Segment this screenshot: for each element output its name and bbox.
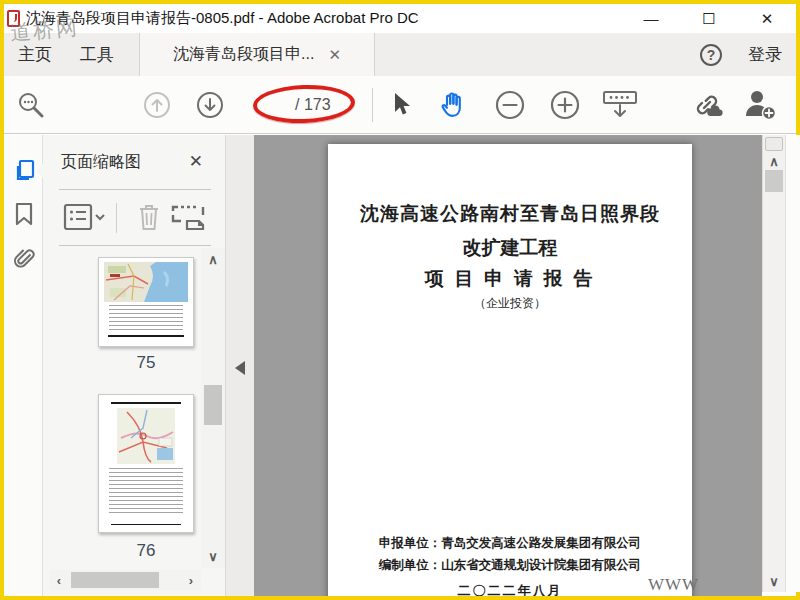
thumbnail-page-76[interactable] [98, 394, 194, 533]
scrollbar-top-button[interactable] [765, 137, 783, 151]
thumbnail-page-75[interactable] [98, 257, 194, 347]
doc-date-line: 二〇二二年八月 [328, 582, 692, 596]
zoom-in-icon[interactable] [549, 76, 581, 133]
panel-hscrollbar-thumb[interactable] [71, 572, 159, 588]
document-tab[interactable]: 沈海青岛段项目申... ✕ [139, 33, 375, 76]
main-toolbar: / 173 [4, 76, 796, 134]
panel-horizontal-scrollbar[interactable]: ‹ › [49, 570, 201, 590]
doc-title-line3: 项 目 申 请 报 告 [328, 266, 692, 292]
panel-vertical-scrollbar[interactable]: ∧ ∨ [201, 248, 225, 568]
page-thumbnails-panel-icon[interactable] [12, 158, 36, 182]
doc-subtitle: （企业投资） [328, 295, 692, 312]
page-display-icon[interactable] [601, 76, 639, 133]
thumbnails-panel: 页面缩略图 ✕ [43, 135, 225, 596]
maximize-button[interactable]: ☐ [680, 4, 738, 33]
bookmarks-panel-icon[interactable] [12, 201, 36, 225]
thumbnail-options-icon[interactable] [63, 202, 105, 232]
panel-close-icon[interactable]: ✕ [189, 151, 203, 172]
tab-close-icon[interactable]: ✕ [328, 46, 341, 64]
pdf-page[interactable]: 沈海高速公路南村至青岛日照界段 改扩建工程 项 目 申 请 报 告 （企业投资）… [328, 144, 692, 596]
document-area: 沈海高速公路南村至青岛日照界段 改扩建工程 项 目 申 请 报 告 （企业投资）… [254, 135, 762, 596]
sign-in-button[interactable]: 登录 [748, 43, 788, 66]
reduce-thumbnails-icon[interactable] [169, 201, 207, 233]
delete-pages-icon [135, 201, 163, 233]
hand-tool-icon[interactable] [437, 76, 469, 133]
scroll-right-icon[interactable]: › [183, 573, 199, 588]
toolbar-separator [372, 88, 373, 122]
collapse-panel-icon[interactable] [235, 361, 245, 375]
panel-divider [59, 189, 211, 190]
doc-scrollbar-thumb[interactable] [765, 170, 783, 192]
title-bar: 沈海青岛段项目申请报告-0805.pdf - Adobe Acrobat Pro… [4, 4, 796, 33]
content-area: 页面缩略图 ✕ [4, 135, 796, 596]
thumbnail-label-75[interactable]: 75 [98, 353, 194, 373]
acrobat-window: 沈海青岛段项目申请报告-0805.pdf - Adobe Acrobat Pro… [0, 0, 800, 600]
select-tool-icon[interactable] [388, 76, 414, 133]
close-button[interactable]: ✕ [738, 4, 796, 33]
navigation-strip [4, 135, 43, 596]
doc-title-line1: 沈海高速公路南村至青岛日照界段 [328, 201, 692, 227]
panel-toolbar-separator [116, 203, 117, 233]
document-tab-label: 沈海青岛段项目申... [173, 44, 314, 65]
doc-applicant-line: 申报单位：青岛交发高速公路发展集团有限公司 [328, 535, 692, 552]
panel-scrollbar-thumb[interactable] [204, 385, 222, 425]
next-page-icon[interactable] [196, 76, 224, 133]
previous-page-icon [143, 76, 171, 133]
doc-scroll-down-icon[interactable]: ∨ [763, 574, 785, 589]
minimize-button[interactable]: — [622, 4, 680, 33]
panel-notch [36, 164, 43, 178]
window-title: 沈海青岛段项目申请报告-0805.pdf - Adobe Acrobat Pro… [26, 9, 419, 28]
watermark-top-left: 道桥网 [9, 13, 80, 47]
doc-title-line2: 改扩建工程 [328, 235, 692, 261]
scroll-left-icon[interactable]: ‹ [51, 573, 67, 588]
scroll-up-icon[interactable]: ∧ [201, 252, 225, 267]
tab-bar: 主页 工具 沈海青岛段项目申... ✕ ? 登录 [4, 33, 796, 76]
thumbnail-text-lines [109, 468, 183, 516]
tools-pane-strip[interactable] [785, 135, 800, 592]
zoom-out-icon[interactable] [494, 76, 526, 133]
search-icon[interactable] [16, 76, 46, 133]
attachments-panel-icon[interactable] [12, 247, 36, 271]
watermark-www: WWW [648, 575, 699, 595]
document-vertical-scrollbar[interactable]: ∧ ∨ [762, 135, 785, 592]
help-icon[interactable]: ? [700, 44, 722, 66]
panel-divider-2 [59, 245, 211, 246]
add-person-icon[interactable] [742, 76, 778, 133]
thumbnail-text-lines [109, 305, 183, 331]
panel-collapse-strip[interactable] [225, 135, 254, 596]
scroll-down-icon[interactable]: ∨ [201, 549, 225, 564]
panel-title: 页面缩略图 [61, 152, 141, 173]
doc-compiler-line: 编制单位：山东省交通规划设计院集团有限公司 [328, 557, 692, 574]
thumbnail-label-76[interactable]: 76 [98, 541, 194, 561]
thumbnail-footer-rule [111, 524, 181, 526]
doc-scroll-up-icon[interactable]: ∧ [763, 154, 785, 169]
annotation-red-ellipse [252, 83, 355, 125]
share-link-icon[interactable] [690, 76, 724, 133]
thumbnail-footer-rule [108, 335, 184, 337]
